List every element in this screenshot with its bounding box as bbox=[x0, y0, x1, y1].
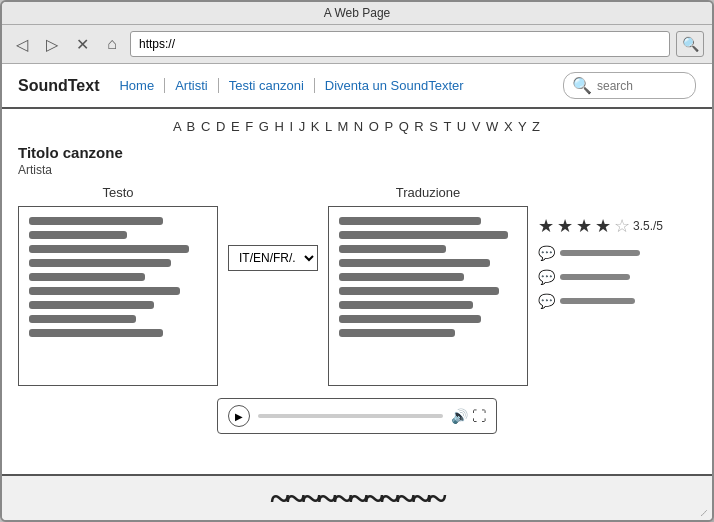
song-artist: Artista bbox=[18, 163, 696, 177]
browser-window: A Web Page ◁ ▷ ✕ ⌂ 🔍 SoundText Home Arti… bbox=[0, 0, 714, 522]
play-icon: ▶ bbox=[235, 411, 243, 422]
player-area: ▶ 🔊 ⛶ bbox=[18, 398, 696, 434]
lyrics-label: Testo bbox=[102, 185, 133, 200]
comment-icon-3: 💬 bbox=[538, 293, 555, 309]
comment-row-2: 💬 bbox=[538, 269, 663, 285]
address-bar[interactable] bbox=[130, 31, 670, 57]
translation-line bbox=[339, 315, 481, 323]
rating-comments: ★ ★ ★ ★ ☆ 3.5./5 💬 💬 bbox=[538, 215, 663, 309]
star-2[interactable]: ★ bbox=[557, 215, 573, 237]
star-4[interactable]: ★ bbox=[595, 215, 611, 237]
volume-icon[interactable]: 🔊 bbox=[451, 408, 468, 424]
translation-line bbox=[339, 273, 464, 281]
translation-column: Traduzione bbox=[328, 185, 528, 386]
lyric-line bbox=[29, 315, 136, 323]
lyric-line bbox=[29, 231, 127, 239]
page-content: A B C D E F G H I J K L M N O P Q R S T … bbox=[2, 109, 712, 474]
resize-handle[interactable]: ⟋ bbox=[698, 506, 710, 520]
lyrics-column: Testo bbox=[18, 185, 218, 386]
fullscreen-icon[interactable]: ⛶ bbox=[472, 408, 486, 424]
nav-links: Home Artisti Testi canzoni Diventa un So… bbox=[119, 78, 563, 93]
stars-row: ★ ★ ★ ★ ☆ 3.5./5 bbox=[538, 215, 663, 237]
lyric-line bbox=[29, 301, 154, 309]
site-search-input[interactable] bbox=[597, 79, 687, 93]
page-title: A Web Page bbox=[324, 6, 391, 20]
nav-link-artisti[interactable]: Artisti bbox=[165, 78, 219, 93]
lyrics-box bbox=[18, 206, 218, 386]
page-footer: ~~~~~~~~~~~ bbox=[2, 474, 712, 520]
title-bar: A Web Page bbox=[2, 2, 712, 25]
lyric-line bbox=[29, 217, 163, 225]
footer-squiggle: ~~~~~~~~~~~ bbox=[271, 477, 444, 519]
translation-line bbox=[339, 287, 499, 295]
comment-text-1 bbox=[560, 250, 640, 256]
comment-text-2 bbox=[560, 274, 630, 280]
translation-line bbox=[339, 329, 455, 337]
close-button[interactable]: ✕ bbox=[70, 32, 94, 56]
comment-row-1: 💬 bbox=[538, 245, 663, 261]
star-1[interactable]: ★ bbox=[538, 215, 554, 237]
progress-bar[interactable] bbox=[258, 414, 443, 418]
translation-line bbox=[339, 301, 473, 309]
nav-link-home[interactable]: Home bbox=[119, 78, 165, 93]
browser-toolbar: ◁ ▷ ✕ ⌂ 🔍 bbox=[2, 25, 712, 64]
forward-button[interactable]: ▷ bbox=[40, 32, 64, 56]
language-selector-area: IT/EN/FR/... IT EN FR DE ES bbox=[228, 245, 318, 271]
site-search-box: 🔍 bbox=[563, 72, 696, 99]
play-button[interactable]: ▶ bbox=[228, 405, 250, 427]
song-title: Titolo canzone bbox=[18, 144, 696, 161]
comment-text-3 bbox=[560, 298, 635, 304]
site-logo: SoundText bbox=[18, 77, 99, 95]
back-button[interactable]: ◁ bbox=[10, 32, 34, 56]
translation-line bbox=[339, 259, 490, 267]
translation-box bbox=[328, 206, 528, 386]
site-navbar: SoundText Home Artisti Testi canzoni Div… bbox=[2, 64, 712, 109]
comment-icon-2: 💬 bbox=[538, 269, 555, 285]
translation-label: Traduzione bbox=[396, 185, 461, 200]
columns-area: Testo IT/E bbox=[18, 185, 696, 386]
lyric-line bbox=[29, 287, 180, 295]
nav-link-testi[interactable]: Testi canzoni bbox=[219, 78, 315, 93]
lyric-line bbox=[29, 329, 163, 337]
comment-row-3: 💬 bbox=[538, 293, 663, 309]
nav-link-diventa[interactable]: Diventa un SoundTexter bbox=[315, 78, 474, 93]
browser-search-button[interactable]: 🔍 bbox=[676, 31, 704, 57]
lyric-line bbox=[29, 245, 189, 253]
comment-icon-1: 💬 bbox=[538, 245, 555, 261]
rating-score: 3.5./5 bbox=[633, 219, 663, 233]
lyric-line bbox=[29, 259, 171, 267]
translation-line bbox=[339, 231, 508, 239]
star-5[interactable]: ☆ bbox=[614, 215, 630, 237]
site-search-icon: 🔍 bbox=[572, 76, 592, 95]
translation-line bbox=[339, 245, 446, 253]
player-controls: 🔊 ⛶ bbox=[451, 408, 486, 424]
alphabet-bar: A B C D E F G H I J K L M N O P Q R S T … bbox=[18, 119, 696, 134]
star-3[interactable]: ★ bbox=[576, 215, 592, 237]
translation-line bbox=[339, 217, 481, 225]
lyric-line bbox=[29, 273, 145, 281]
language-select[interactable]: IT/EN/FR/... IT EN FR DE ES bbox=[228, 245, 318, 271]
search-icon: 🔍 bbox=[682, 36, 699, 52]
media-player: ▶ 🔊 ⛶ bbox=[217, 398, 497, 434]
home-button[interactable]: ⌂ bbox=[100, 32, 124, 56]
